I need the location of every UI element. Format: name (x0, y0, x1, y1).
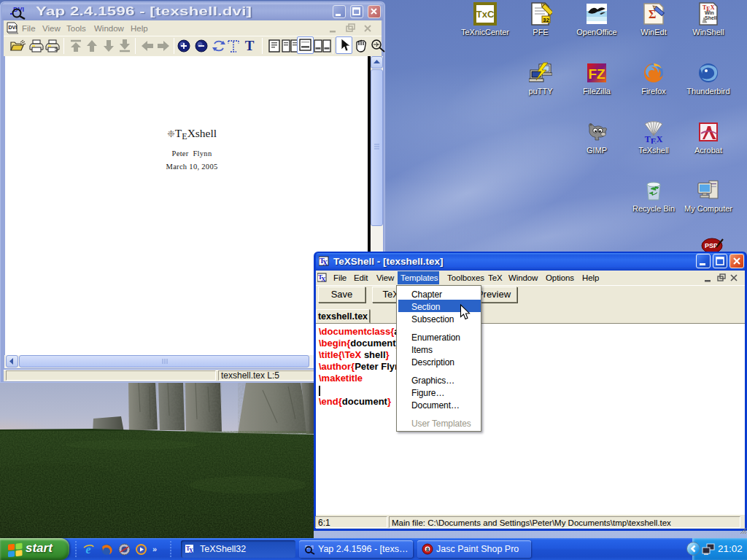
svg-text:X: X (189, 548, 193, 554)
svg-text:TxC: TxC (476, 9, 495, 20)
svg-text:FZ: FZ (588, 66, 605, 82)
svg-text:Shell: Shell (705, 15, 717, 20)
svg-text:Win: Win (705, 10, 714, 15)
svg-text:TEX: TEX (645, 134, 663, 144)
svg-text:PSP: PSP (705, 242, 718, 249)
svg-text:T: T (245, 38, 255, 53)
svg-text:32: 32 (543, 17, 549, 23)
svg-text:X: X (321, 276, 326, 283)
svg-text:DVI: DVI (9, 25, 18, 30)
svg-text:8: 8 (426, 546, 429, 553)
svg-text:X: X (322, 259, 328, 267)
